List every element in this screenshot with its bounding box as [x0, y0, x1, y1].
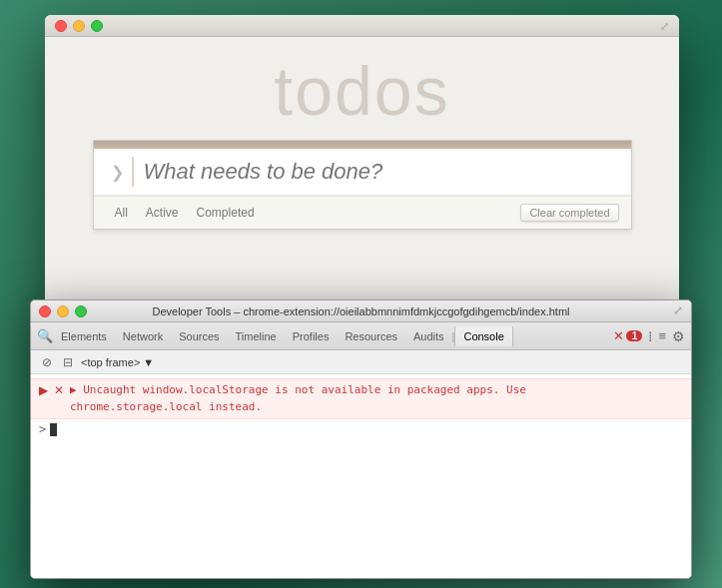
- frame-selector[interactable]: <top frame> ▼: [81, 356, 154, 368]
- devtools-tab-console[interactable]: Console: [454, 326, 512, 346]
- devtools-titlebar: Developer Tools – chrome-extension://oie…: [31, 300, 691, 322]
- window-content: todos ❯ All Active Completed Clear compl…: [45, 37, 679, 230]
- console-prompt-symbol: >: [39, 422, 46, 436]
- devtools-fullscreen-icon[interactable]: ⤢: [673, 303, 683, 317]
- devtools-settings-icon[interactable]: ⚙: [672, 328, 685, 344]
- error-x-icon: ✕: [613, 328, 624, 343]
- fullscreen-icon[interactable]: ⤢: [657, 19, 671, 33]
- maximize-button[interactable]: [91, 20, 103, 32]
- devtools-console: ▶ ✕ ▶ Uncaught window.localStorage is no…: [31, 374, 691, 578]
- devtools-search-icon[interactable]: 🔍: [37, 328, 53, 343]
- minimize-button[interactable]: [73, 20, 85, 32]
- devtools-toolbar: 🔍 Elements Network Sources Timeline Prof…: [31, 322, 691, 350]
- devtools-tab-audits[interactable]: Audits: [405, 326, 452, 346]
- filter-tab-completed[interactable]: Completed: [188, 203, 264, 223]
- devtools-sub-toolbar: ⊘ ⊟ <top frame> ▼: [31, 350, 691, 374]
- devtools-separator-icon: ⁞: [648, 328, 652, 344]
- filter-tabs: All Active Completed: [106, 203, 264, 223]
- traffic-lights: [55, 20, 103, 32]
- error-count: 1: [626, 330, 642, 341]
- devtools-title: Developer Tools – chrome-extension://oie…: [152, 305, 569, 317]
- console-error-expand-icon[interactable]: ▶: [39, 383, 48, 397]
- console-error-indicator: ✕: [54, 383, 64, 397]
- devtools-stack-icon[interactable]: ≡: [658, 328, 666, 343]
- clear-completed-button[interactable]: Clear completed: [520, 204, 618, 222]
- devtools-block-icon[interactable]: ⊘: [39, 354, 55, 370]
- todo-input-header: [94, 141, 631, 149]
- todo-input-row: ❯: [94, 149, 631, 196]
- devtools-icons-right: ✕ 1 ⁞ ≡ ⚙: [613, 328, 685, 344]
- devtools-tab-resources[interactable]: Resources: [337, 326, 405, 346]
- console-cursor: [50, 423, 57, 436]
- frame-selector-label: <top frame>: [81, 356, 140, 368]
- devtools-tab-network[interactable]: Network: [115, 326, 171, 346]
- devtools-tab-elements[interactable]: Elements: [53, 326, 115, 346]
- devtools-window: Developer Tools – chrome-extension://oie…: [30, 299, 692, 579]
- todo-footer: All Active Completed Clear completed: [94, 196, 631, 229]
- devtools-traffic-lights: [39, 305, 87, 317]
- filter-tab-all[interactable]: All: [106, 203, 137, 223]
- devtools-filter-icon[interactable]: ⊟: [63, 355, 73, 369]
- console-error-row: ▶ ✕ ▶ Uncaught window.localStorage is no…: [31, 378, 691, 419]
- devtools-tab-timeline[interactable]: Timeline: [228, 326, 285, 346]
- new-todo-input[interactable]: [144, 159, 621, 185]
- error-count-badge: ✕ 1: [613, 328, 642, 343]
- devtools-close-button[interactable]: [39, 305, 51, 317]
- main-titlebar: ⤢: [45, 15, 679, 37]
- devtools-tab-profiles[interactable]: Profiles: [285, 326, 338, 346]
- console-error-message: ▶ Uncaught window.localStorage is not av…: [70, 382, 526, 415]
- console-prompt-row: >: [31, 419, 691, 439]
- devtools-minimize-button[interactable]: [57, 305, 69, 317]
- close-button[interactable]: [55, 20, 67, 32]
- devtools-maximize-button[interactable]: [75, 305, 87, 317]
- app-title: todos: [274, 57, 449, 125]
- frame-selector-arrow: ▼: [143, 356, 154, 368]
- devtools-tab-sources[interactable]: Sources: [171, 326, 227, 346]
- filter-tab-active[interactable]: Active: [137, 203, 188, 223]
- todo-input-container: ❯ All Active Completed Clear completed: [93, 140, 632, 230]
- main-window: ⤢ todos ❯ All Active Completed Clear com…: [45, 15, 679, 324]
- toggle-all-icon[interactable]: ❯: [104, 157, 134, 187]
